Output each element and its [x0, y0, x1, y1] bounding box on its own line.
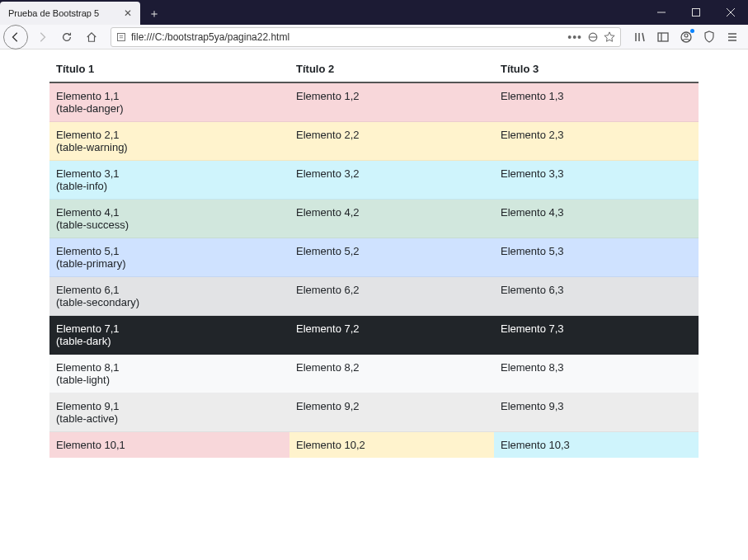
table-cell: Elemento 6,1(table-secondary) — [49, 277, 289, 316]
menu-hamburger-icon[interactable] — [722, 26, 743, 48]
table-cell: Elemento 8,2 — [289, 355, 494, 393]
tab-strip: Prueba de Bootstrap 5 ✕ ＋ — [0, 0, 165, 25]
page-content: Título 1 Título 2 Título 3 Elemento 1,1(… — [0, 49, 748, 464]
account-icon[interactable] — [675, 26, 697, 48]
table-cell: Elemento 9,1(table-active) — [49, 393, 289, 432]
table-cell: Elemento 3,2 — [289, 161, 494, 200]
table-cell: Elemento 8,1(table-light) — [49, 355, 289, 393]
table-row: Elemento 3,1(table-info)Elemento 3,2Elem… — [49, 161, 699, 200]
table-cell: Elemento 3,3 — [494, 161, 699, 200]
address-bar[interactable]: ••• — [111, 27, 621, 47]
table-cell: Elemento 6,3 — [494, 277, 699, 316]
table-cell: Elemento 3,1(table-info) — [49, 161, 289, 200]
table-header-1: Título 1 — [49, 56, 289, 82]
table-cell: Elemento 10,3 — [494, 432, 699, 459]
maximize-button[interactable] — [679, 0, 713, 25]
back-button[interactable] — [3, 25, 28, 49]
table-cell: Elemento 6,2 — [289, 277, 494, 316]
table-cell: Elemento 4,1(table-success) — [49, 200, 289, 238]
svg-rect-1 — [693, 9, 700, 16]
url-input[interactable] — [131, 31, 562, 43]
table-cell: Elemento 2,3 — [494, 122, 699, 161]
table-cell: Elemento 2,2 — [289, 122, 494, 161]
browser-toolbar: ••• — [0, 25, 748, 49]
window-controls — [644, 0, 748, 25]
table-cell: Elemento 5,3 — [494, 238, 699, 277]
table-cell: Elemento 2,1(table-warning) — [49, 122, 289, 161]
table-header-row: Título 1 Título 2 Título 3 — [49, 56, 699, 82]
svg-line-11 — [642, 33, 644, 41]
page-actions-more-icon[interactable]: ••• — [567, 31, 582, 44]
forward-button[interactable] — [31, 26, 53, 48]
table-row: Elemento 8,1(table-light)Elemento 8,2Ele… — [49, 355, 699, 393]
new-tab-button[interactable]: ＋ — [143, 3, 165, 25]
table-cell: Elemento 7,2 — [289, 316, 494, 355]
browser-tab-active[interactable]: Prueba de Bootstrap 5 ✕ — [0, 2, 140, 25]
svg-rect-12 — [658, 33, 668, 41]
table-header-2: Título 2 — [289, 56, 494, 82]
table-cell: Elemento 9,2 — [289, 393, 494, 432]
table-row: Elemento 6,1(table-secondary)Elemento 6,… — [49, 277, 699, 316]
table-cell: Elemento 5,2 — [289, 238, 494, 277]
table-cell: Elemento 8,3 — [494, 355, 699, 393]
bootstrap-table: Título 1 Título 2 Título 3 Elemento 1,1(… — [49, 56, 699, 458]
table-cell: Elemento 1,3 — [494, 82, 699, 122]
table-cell: Elemento 7,3 — [494, 316, 699, 355]
table-row: Elemento 5,1(table-primary)Elemento 5,2E… — [49, 238, 699, 277]
table-cell: Elemento 9,3 — [494, 393, 699, 432]
sidebar-icon[interactable] — [652, 26, 674, 48]
table-row: Elemento 9,1(table-active)Elemento 9,2El… — [49, 393, 699, 432]
close-tab-icon[interactable]: ✕ — [124, 7, 132, 19]
table-row: Elemento 2,1(table-warning)Elemento 2,2E… — [49, 122, 699, 161]
table-cell: Elemento 4,2 — [289, 200, 494, 238]
table-cell: Elemento 4,3 — [494, 200, 699, 238]
table-row: Elemento 4,1(table-success)Elemento 4,2E… — [49, 200, 699, 238]
table-cell: Elemento 1,2 — [289, 82, 494, 122]
page-info-icon[interactable] — [116, 32, 126, 42]
table-cell: Elemento 7,1(table-dark) — [49, 316, 289, 355]
reader-view-icon[interactable] — [587, 31, 599, 43]
toolbar-right-icons — [629, 26, 743, 48]
table-row: Elemento 7,1(table-dark)Elemento 7,2Elem… — [49, 316, 699, 355]
svg-rect-4 — [118, 33, 125, 40]
protection-shield-icon[interactable] — [699, 26, 720, 48]
table-body: Elemento 1,1(table-danger)Elemento 1,2El… — [49, 82, 699, 458]
table-cell: Elemento 1,1(table-danger) — [49, 82, 289, 122]
table-row: Elemento 10,1Elemento 10,2Elemento 10,3 — [49, 432, 699, 459]
home-button[interactable] — [81, 26, 102, 48]
library-icon[interactable] — [629, 26, 651, 48]
table-cell: Elemento 10,1 — [49, 432, 289, 459]
bookmark-star-icon[interactable] — [604, 31, 615, 43]
tab-title: Prueba de Bootstrap 5 — [8, 8, 99, 18]
close-window-button[interactable] — [713, 0, 748, 25]
table-cell: Elemento 5,1(table-primary) — [49, 238, 289, 277]
reload-button[interactable] — [56, 26, 78, 48]
minimize-button[interactable] — [644, 0, 679, 25]
svg-point-15 — [684, 34, 688, 37]
window-titlebar: Prueba de Bootstrap 5 ✕ ＋ — [0, 0, 748, 25]
table-cell: Elemento 10,2 — [289, 432, 494, 459]
table-row: Elemento 1,1(table-danger)Elemento 1,2El… — [49, 82, 699, 122]
table-header-3: Título 3 — [494, 56, 699, 82]
